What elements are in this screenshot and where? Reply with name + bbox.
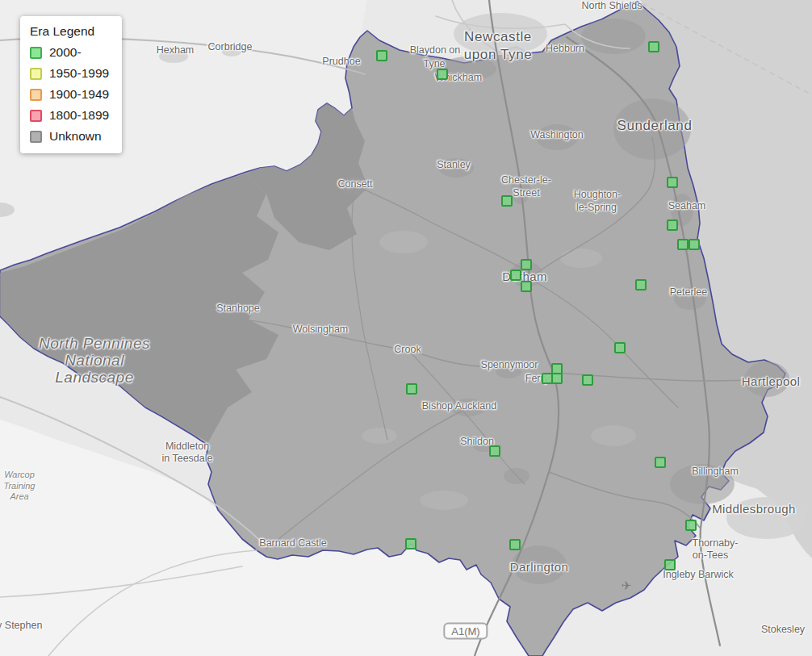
- era-marker-2000[interactable]: [376, 50, 387, 61]
- era-marker-2000[interactable]: [667, 177, 678, 188]
- era-marker-2000[interactable]: [437, 69, 448, 80]
- era-marker-2000[interactable]: [521, 259, 532, 270]
- era-marker-2000[interactable]: [655, 457, 666, 468]
- legend-item-1950-1999: 1950-1999: [30, 66, 109, 81]
- era-marker-2000[interactable]: [582, 374, 593, 386]
- legend-swatch-icon: [30, 131, 42, 143]
- era-marker-2000[interactable]: [509, 539, 521, 550]
- legend-swatch-icon: [30, 89, 42, 101]
- era-marker-2000[interactable]: [489, 445, 500, 457]
- era-marker-2000[interactable]: [677, 239, 689, 250]
- legend-item-unknown: Unknown: [30, 129, 109, 144]
- legend-item-2000: 2000-: [30, 45, 109, 60]
- era-marker-2000[interactable]: [521, 281, 532, 292]
- era-marker-2000[interactable]: [551, 373, 563, 384]
- era-marker-2000[interactable]: [648, 41, 659, 52]
- legend-label: 1950-1999: [49, 66, 109, 81]
- legend-item-1900-1949: 1900-1949: [30, 87, 109, 102]
- legend-title: Era Legend: [30, 24, 109, 39]
- legend-label: 1900-1949: [49, 87, 109, 102]
- legend-label: 1800-1899: [49, 108, 109, 123]
- map[interactable]: Era Legend 2000-1950-19991900-19491800-1…: [0, 0, 812, 656]
- road-badge-a1m: A1(M): [443, 623, 488, 640]
- era-marker-2000[interactable]: [667, 219, 678, 231]
- legend-swatch-icon: [30, 47, 42, 59]
- legend-swatch-icon: [30, 68, 42, 80]
- era-marker-2000[interactable]: [689, 239, 700, 250]
- era-marker-2000[interactable]: [405, 538, 416, 549]
- era-marker-2000[interactable]: [510, 270, 521, 281]
- era-marker-2000[interactable]: [685, 520, 697, 531]
- legend-label: Unknown: [49, 129, 102, 144]
- legend-swatch-icon: [30, 110, 42, 122]
- era-marker-2000[interactable]: [664, 559, 676, 570]
- era-marker-2000[interactable]: [406, 383, 417, 395]
- era-marker-2000[interactable]: [501, 195, 513, 207]
- era-marker-2000[interactable]: [635, 279, 647, 290]
- era-marker-2000[interactable]: [614, 342, 626, 353]
- legend-label: 2000-: [49, 45, 82, 60]
- legend-item-1800-1899: 1800-1899: [30, 108, 109, 123]
- era-legend: Era Legend 2000-1950-19991900-19491800-1…: [20, 16, 122, 153]
